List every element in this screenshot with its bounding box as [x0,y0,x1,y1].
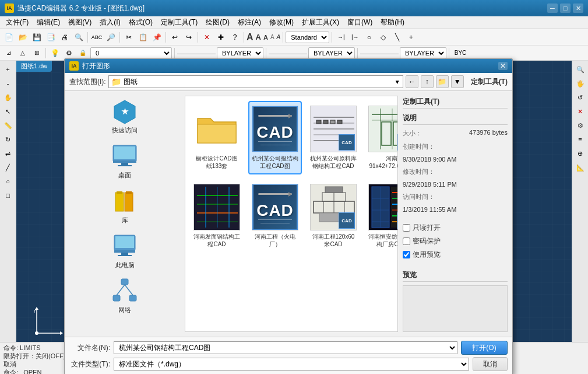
sidebar-select[interactable]: ↖ [2,105,15,118]
quick-access-item[interactable]: ★ 快速访问 [69,96,180,137]
nav-new-folder-btn[interactable]: 📁 [436,75,449,88]
menu-file[interactable]: 文件(F) [2,16,32,29]
undo-btn[interactable]: ↩ [168,31,181,44]
modified-label: 修改时间： [403,167,435,176]
save-btn[interactable]: 💾 [30,31,43,44]
bulb-btn[interactable]: 💡 [48,47,61,60]
snap1-btn[interactable]: ⊿ [2,47,15,60]
sidebar-rotate[interactable]: ↻ [2,133,15,146]
computer-item[interactable]: 此电脑 [69,230,180,272]
preview-checkbox[interactable] [403,251,410,258]
open-btn[interactable]: 📂 [16,31,29,44]
search-btn[interactable]: 🔎 [104,31,117,44]
right-sidebar-pan[interactable]: 🖐 [574,77,587,90]
dialog-close-button[interactable]: ✕ [498,62,508,70]
menu-edit[interactable]: 编辑(E) [33,16,64,29]
abc-btn[interactable]: ABC [90,31,103,44]
right-sidebar-snap[interactable]: ⊕ [574,147,587,160]
print-btn[interactable]: 🖨 [58,31,71,44]
right-sidebar-settings[interactable]: ⚙ [574,119,587,132]
close-button[interactable]: ✕ [573,4,583,13]
location-input[interactable]: 📁 图纸 ▼ [108,75,403,88]
nav-up-btn[interactable]: ↑ [421,75,434,88]
menu-annotate[interactable]: 标注(A) [234,16,265,29]
redo-btn[interactable]: ↪ [182,31,195,44]
help-btn[interactable]: ? [228,31,241,44]
maximize-button[interactable]: □ [560,4,571,13]
menu-window[interactable]: 窗口(W) [344,16,376,29]
sidebar-mirror[interactable]: ⇌ [2,147,15,160]
filetype-select[interactable]: 标准图文件（*.dwg） [114,358,469,370]
title-bar-title: 迅捷CAD编辑器 6.2 专业版 - [图纸1.dwg] [17,4,145,13]
right-sidebar-close[interactable]: ✕ [574,105,587,118]
arrow3-btn[interactable]: ○ [362,31,375,44]
snap3-btn[interactable]: ⊞ [30,47,43,60]
layer2-dropdown[interactable]: 0 [90,47,172,59]
move-btn[interactable]: ✚ [214,31,227,44]
dialog-bottom: 文件名(N): 杭州某公司钢结构工程CAD图 打开(O) 文件类型(T): 标准… [65,337,512,374]
arrow4-btn[interactable]: ◇ [376,31,389,44]
text-a-large: A [247,32,253,43]
network-item[interactable]: 网络 [69,275,180,317]
sidebar-circle[interactable]: ○ [2,175,15,188]
gear-btn[interactable]: ⚙ [62,47,75,60]
cancel-button[interactable]: 取消 [473,357,508,371]
file-item-cad-5[interactable]: CAD 河南工程（火电厂） [248,179,302,253]
sidebar-measure[interactable]: 📏 [2,119,15,132]
menu-custom-tool[interactable]: 定制工具(T) [157,16,201,29]
arrow2-btn[interactable]: |→ [348,31,361,44]
arrow1-btn[interactable]: →| [335,31,347,44]
svg-rect-63 [325,187,343,193]
open-button[interactable]: 打开(O) [461,341,508,355]
menu-draw[interactable]: 绘图(D) [202,16,233,29]
bylayer-dropdown-3[interactable]: BYLAYER [400,47,446,59]
menu-view[interactable]: 视图(V) [65,16,95,29]
paste-btn[interactable]: 📌 [150,31,163,44]
right-sidebar-zoom[interactable]: 🔍 [574,63,587,76]
cut-btn[interactable]: ✂ [122,31,135,44]
right-sidebar-rotate[interactable]: ↺ [574,91,587,104]
sidebar-zoom-out[interactable]: - [2,77,15,90]
menu-format[interactable]: 格式(O) [125,16,156,29]
menu-modify[interactable]: 修改(M) [266,16,297,29]
save-as-btn[interactable]: 📑 [44,31,57,44]
file-item-cad-selected[interactable]: CAD 杭州某公司报结构工程CAD图 [248,101,302,174]
layer-dropdown[interactable]: Standard [286,32,329,43]
file-item-folder[interactable]: 橱柜设计CAD图纸133套 [190,101,244,174]
sidebar-zoom-in[interactable]: + [2,63,15,76]
new-file-btn[interactable]: 📄 [2,31,15,44]
arrow6-btn[interactable]: + [404,31,417,44]
delete-btn[interactable]: ✕ [200,31,213,44]
menu-ext-tools[interactable]: 扩展工具(X) [298,16,343,29]
lock-btn[interactable]: 🔒 [76,47,89,60]
copy-btn[interactable]: 📋 [136,31,149,44]
menu-insert[interactable]: 插入(I) [96,16,124,29]
bylayer-dropdown-1[interactable]: BYLAYER [217,47,263,59]
sidebar-pan[interactable]: ✋ [2,91,15,104]
sidebar-rect[interactable]: □ [2,189,15,202]
right-sidebar-measure[interactable]: 📐 [574,161,587,174]
file-item-cad-6[interactable]: CAD 河南工程120x60米CAD [307,179,360,253]
byc-btn[interactable]: BYC [452,47,469,60]
sidebar-line[interactable]: ╱ [2,161,15,174]
nav-back-btn[interactable]: ← [406,75,418,88]
password-checkbox[interactable] [403,237,410,245]
minimize-button[interactable]: ─ [547,4,558,13]
file-item-cad-3[interactable]: CAD 河南 91x42+72.6x15... [365,101,398,174]
bylayer-dropdown-2[interactable]: BYLAYER [308,47,355,59]
readonly-checkbox[interactable] [403,224,410,232]
right-sidebar-layers[interactable]: ≡ [574,133,587,146]
file-item-cad-4[interactable]: 河南发面钢结构工程CAD [190,179,244,253]
file-item-cad-2[interactable]: CAD 杭州某公司原料库钢结构工程CAD [307,101,360,174]
menu-help[interactable]: 帮助(H) [377,16,408,29]
filename-input[interactable]: 杭州某公司钢结构工程CAD图 [114,341,457,354]
arrow5-btn[interactable]: ╲ [390,31,403,44]
snap2-btn[interactable]: △ [16,47,29,60]
print-preview-btn[interactable]: 🔍 [72,31,85,44]
file-item-cad-7[interactable]: CAD 河南恒安纺织钢结构厂房CAD [365,179,398,253]
desktop-item[interactable]: 桌面 [69,141,180,182]
bylayer-label-3: —————— [360,50,399,57]
network-label: 网络 [118,306,131,314]
nav-view-btn[interactable]: ▼ [451,75,464,88]
library-item[interactable]: 库 [69,186,180,227]
